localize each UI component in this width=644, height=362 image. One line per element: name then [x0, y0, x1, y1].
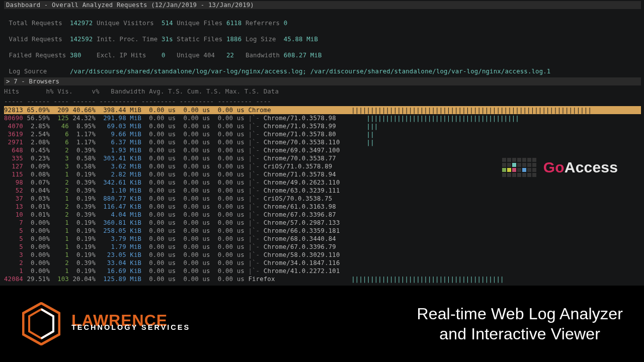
column-headers: Hits h% Vis. v% Bandwidth Avg. T.S. Cum.… [4, 85, 641, 96]
goaccess-icon [502, 158, 536, 177]
goaccess-wordmark: GoAccess [543, 163, 618, 171]
table-row[interactable]: 2971 2.08% 6 1.17% 6.37 MiB 0.00 us 0.00… [4, 138, 641, 146]
table-row[interactable]: 3 0.00% 1 0.19% 23.05 KiB 0.00 us 0.00 u… [4, 251, 641, 259]
bottom-banner: LAWRENCE TECHNOLOGY SERVICES Real-time W… [0, 286, 644, 362]
table-row[interactable]: 10 0.01% 2 0.39% 4.04 MiB 0.00 us 0.00 u… [4, 211, 641, 219]
overall-stats: Total Requests 142972 Unique Visitors 51… [4, 9, 641, 76]
table-row[interactable]: 7 0.00% 1 0.19% 360.81 KiB 0.00 us 0.00 … [4, 219, 641, 227]
table-row[interactable]: 37 0.03% 1 0.19% 880.77 KiB 0.00 us 0.00… [4, 195, 641, 203]
table-row[interactable]: 52 0.04% 2 0.39% 1.10 MiB 0.00 us 0.00 u… [4, 187, 641, 195]
table-row[interactable]: 5 0.00% 1 0.19% 3.79 MiB 0.00 us 0.00 us… [4, 235, 641, 243]
table-row[interactable]: 5 0.00% 1 0.19% 1.79 MiB 0.00 us 0.00 us… [4, 243, 641, 251]
lawrence-logo: LAWRENCE TECHNOLOGY SERVICES [18, 301, 190, 347]
lawrence-sub: TECHNOLOGY SERVICES [71, 323, 190, 331]
column-underline: ----- ------ ---- ------ ---------- ----… [4, 96, 641, 106]
dashboard-title: Dashboard - Overall Analyzed Requests (1… [4, 1, 641, 9]
table-row[interactable]: 98 0.07% 2 0.39% 342.61 KiB 0.00 us 0.00… [4, 178, 641, 187]
table-row[interactable]: 5 0.00% 1 0.19% 258.05 KiB 0.00 us 0.00 … [4, 227, 641, 235]
tagline: Real-time Web Log Analyzer and Interacti… [417, 304, 623, 344]
table-row[interactable]: 2 0.00% 2 0.39% 33.04 KiB 0.00 us 0.00 u… [4, 259, 641, 267]
table-row[interactable]: 1 0.00% 1 0.19% 16.69 KiB 0.00 us 0.00 u… [4, 267, 641, 275]
table-row[interactable]: 42084 29.51% 103 20.04% 125.89 MiB 0.00 … [4, 275, 641, 283]
table-row[interactable]: 648 0.45% 2 0.39% 1.93 MiB 0.00 us 0.00 … [4, 146, 641, 154]
section-browsers[interactable]: > 7 - Browsers [4, 77, 641, 85]
table-row[interactable]: 13 0.01% 2 0.39% 116.47 KiB 0.00 us 0.00… [4, 203, 641, 211]
data-rows[interactable]: 92813 65.09% 209 40.66% 398.44 MiB 0.00 … [4, 106, 641, 283]
terminal-panel[interactable]: Dashboard - Overall Analyzed Requests (1… [0, 0, 644, 286]
table-row[interactable]: 80690 56.59% 125 24.32% 291.98 MiB 0.00 … [4, 114, 641, 122]
table-row[interactable]: 92813 65.09% 209 40.66% 398.44 MiB 0.00 … [4, 106, 641, 114]
table-row[interactable]: 3619 2.54% 6 1.17% 9.66 MiB 0.00 us 0.00… [4, 130, 641, 138]
goaccess-logo: GoAccess [502, 158, 618, 177]
table-row[interactable]: 4070 2.85% 46 8.95% 69.03 MiB 0.00 us 0.… [4, 122, 641, 130]
hexagon-icon [18, 301, 64, 347]
